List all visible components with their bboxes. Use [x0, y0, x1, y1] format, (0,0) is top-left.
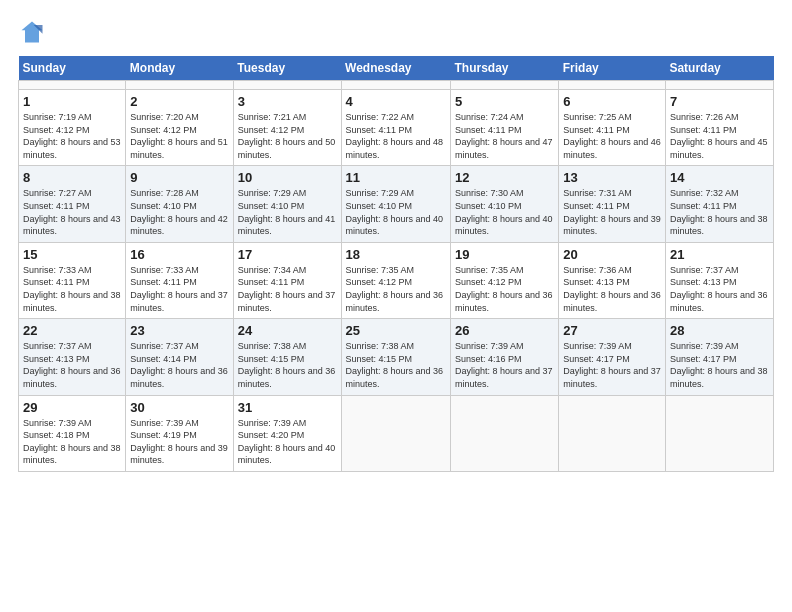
- day-info: Sunrise: 7:31 AM Sunset: 4:11 PM Dayligh…: [563, 187, 661, 237]
- header-row: Sunday Monday Tuesday Wednesday Thursday…: [19, 56, 774, 81]
- table-cell: 23 Sunrise: 7:37 AM Sunset: 4:14 PM Dayl…: [126, 319, 234, 395]
- day-number: 25: [346, 323, 446, 338]
- day-info: Sunrise: 7:38 AM Sunset: 4:15 PM Dayligh…: [346, 340, 446, 390]
- calendar-row: 29 Sunrise: 7:39 AM Sunset: 4:18 PM Dayl…: [19, 395, 774, 471]
- day-info: Sunrise: 7:37 AM Sunset: 4:14 PM Dayligh…: [130, 340, 229, 390]
- day-info: Sunrise: 7:39 AM Sunset: 4:17 PM Dayligh…: [670, 340, 769, 390]
- table-cell: 20 Sunrise: 7:36 AM Sunset: 4:13 PM Dayl…: [559, 242, 666, 318]
- day-number: 19: [455, 247, 554, 262]
- col-tuesday: Tuesday: [233, 56, 341, 81]
- day-info: Sunrise: 7:29 AM Sunset: 4:10 PM Dayligh…: [346, 187, 446, 237]
- day-info: Sunrise: 7:28 AM Sunset: 4:10 PM Dayligh…: [130, 187, 229, 237]
- day-number: 5: [455, 94, 554, 109]
- table-cell: 26 Sunrise: 7:39 AM Sunset: 4:16 PM Dayl…: [450, 319, 558, 395]
- logo-icon: [18, 18, 46, 46]
- day-info: Sunrise: 7:21 AM Sunset: 4:12 PM Dayligh…: [238, 111, 337, 161]
- table-cell: 12 Sunrise: 7:30 AM Sunset: 4:10 PM Dayl…: [450, 166, 558, 242]
- day-number: 17: [238, 247, 337, 262]
- page: Sunday Monday Tuesday Wednesday Thursday…: [0, 0, 792, 612]
- day-info: Sunrise: 7:35 AM Sunset: 4:12 PM Dayligh…: [346, 264, 446, 314]
- table-cell: [233, 81, 341, 90]
- calendar-row: [19, 81, 774, 90]
- table-cell: [341, 395, 450, 471]
- svg-marker-1: [22, 22, 43, 43]
- table-cell: 3 Sunrise: 7:21 AM Sunset: 4:12 PM Dayli…: [233, 90, 341, 166]
- day-info: Sunrise: 7:38 AM Sunset: 4:15 PM Dayligh…: [238, 340, 337, 390]
- header: [18, 18, 774, 46]
- table-cell: 22 Sunrise: 7:37 AM Sunset: 4:13 PM Dayl…: [19, 319, 126, 395]
- day-info: Sunrise: 7:35 AM Sunset: 4:12 PM Dayligh…: [455, 264, 554, 314]
- col-friday: Friday: [559, 56, 666, 81]
- day-number: 21: [670, 247, 769, 262]
- col-wednesday: Wednesday: [341, 56, 450, 81]
- day-info: Sunrise: 7:29 AM Sunset: 4:10 PM Dayligh…: [238, 187, 337, 237]
- table-cell: 13 Sunrise: 7:31 AM Sunset: 4:11 PM Dayl…: [559, 166, 666, 242]
- table-cell: 17 Sunrise: 7:34 AM Sunset: 4:11 PM Dayl…: [233, 242, 341, 318]
- table-cell: [559, 81, 666, 90]
- table-cell: 15 Sunrise: 7:33 AM Sunset: 4:11 PM Dayl…: [19, 242, 126, 318]
- day-info: Sunrise: 7:39 AM Sunset: 4:19 PM Dayligh…: [130, 417, 229, 467]
- day-info: Sunrise: 7:36 AM Sunset: 4:13 PM Dayligh…: [563, 264, 661, 314]
- table-cell: 16 Sunrise: 7:33 AM Sunset: 4:11 PM Dayl…: [126, 242, 234, 318]
- day-info: Sunrise: 7:37 AM Sunset: 4:13 PM Dayligh…: [670, 264, 769, 314]
- day-info: Sunrise: 7:39 AM Sunset: 4:18 PM Dayligh…: [23, 417, 121, 467]
- table-cell: 9 Sunrise: 7:28 AM Sunset: 4:10 PM Dayli…: [126, 166, 234, 242]
- day-number: 9: [130, 170, 229, 185]
- logo: [18, 18, 50, 46]
- table-cell: 24 Sunrise: 7:38 AM Sunset: 4:15 PM Dayl…: [233, 319, 341, 395]
- day-info: Sunrise: 7:27 AM Sunset: 4:11 PM Dayligh…: [23, 187, 121, 237]
- day-info: Sunrise: 7:19 AM Sunset: 4:12 PM Dayligh…: [23, 111, 121, 161]
- table-cell: 14 Sunrise: 7:32 AM Sunset: 4:11 PM Dayl…: [665, 166, 773, 242]
- col-saturday: Saturday: [665, 56, 773, 81]
- day-number: 26: [455, 323, 554, 338]
- table-cell: [665, 395, 773, 471]
- table-cell: [559, 395, 666, 471]
- table-cell: 1 Sunrise: 7:19 AM Sunset: 4:12 PM Dayli…: [19, 90, 126, 166]
- day-number: 27: [563, 323, 661, 338]
- table-cell: 5 Sunrise: 7:24 AM Sunset: 4:11 PM Dayli…: [450, 90, 558, 166]
- day-number: 1: [23, 94, 121, 109]
- day-number: 29: [23, 400, 121, 415]
- day-info: Sunrise: 7:26 AM Sunset: 4:11 PM Dayligh…: [670, 111, 769, 161]
- table-cell: [19, 81, 126, 90]
- day-number: 3: [238, 94, 337, 109]
- table-cell: 21 Sunrise: 7:37 AM Sunset: 4:13 PM Dayl…: [665, 242, 773, 318]
- table-cell: [450, 395, 558, 471]
- day-info: Sunrise: 7:34 AM Sunset: 4:11 PM Dayligh…: [238, 264, 337, 314]
- day-number: 18: [346, 247, 446, 262]
- day-number: 14: [670, 170, 769, 185]
- day-number: 28: [670, 323, 769, 338]
- day-number: 13: [563, 170, 661, 185]
- table-cell: [665, 81, 773, 90]
- table-cell: 25 Sunrise: 7:38 AM Sunset: 4:15 PM Dayl…: [341, 319, 450, 395]
- day-number: 16: [130, 247, 229, 262]
- calendar-row: 15 Sunrise: 7:33 AM Sunset: 4:11 PM Dayl…: [19, 242, 774, 318]
- calendar-row: 22 Sunrise: 7:37 AM Sunset: 4:13 PM Dayl…: [19, 319, 774, 395]
- table-cell: 6 Sunrise: 7:25 AM Sunset: 4:11 PM Dayli…: [559, 90, 666, 166]
- day-info: Sunrise: 7:22 AM Sunset: 4:11 PM Dayligh…: [346, 111, 446, 161]
- day-number: 30: [130, 400, 229, 415]
- day-info: Sunrise: 7:39 AM Sunset: 4:17 PM Dayligh…: [563, 340, 661, 390]
- day-info: Sunrise: 7:32 AM Sunset: 4:11 PM Dayligh…: [670, 187, 769, 237]
- day-info: Sunrise: 7:37 AM Sunset: 4:13 PM Dayligh…: [23, 340, 121, 390]
- table-cell: 18 Sunrise: 7:35 AM Sunset: 4:12 PM Dayl…: [341, 242, 450, 318]
- table-cell: 8 Sunrise: 7:27 AM Sunset: 4:11 PM Dayli…: [19, 166, 126, 242]
- day-number: 23: [130, 323, 229, 338]
- day-number: 12: [455, 170, 554, 185]
- table-cell: [126, 81, 234, 90]
- day-number: 10: [238, 170, 337, 185]
- table-cell: 10 Sunrise: 7:29 AM Sunset: 4:10 PM Dayl…: [233, 166, 341, 242]
- day-number: 31: [238, 400, 337, 415]
- day-number: 6: [563, 94, 661, 109]
- day-info: Sunrise: 7:25 AM Sunset: 4:11 PM Dayligh…: [563, 111, 661, 161]
- table-cell: 27 Sunrise: 7:39 AM Sunset: 4:17 PM Dayl…: [559, 319, 666, 395]
- table-cell: 7 Sunrise: 7:26 AM Sunset: 4:11 PM Dayli…: [665, 90, 773, 166]
- day-info: Sunrise: 7:24 AM Sunset: 4:11 PM Dayligh…: [455, 111, 554, 161]
- table-cell: [450, 81, 558, 90]
- day-number: 2: [130, 94, 229, 109]
- day-info: Sunrise: 7:33 AM Sunset: 4:11 PM Dayligh…: [23, 264, 121, 314]
- day-number: 4: [346, 94, 446, 109]
- table-cell: 30 Sunrise: 7:39 AM Sunset: 4:19 PM Dayl…: [126, 395, 234, 471]
- table-cell: 31 Sunrise: 7:39 AM Sunset: 4:20 PM Dayl…: [233, 395, 341, 471]
- day-number: 24: [238, 323, 337, 338]
